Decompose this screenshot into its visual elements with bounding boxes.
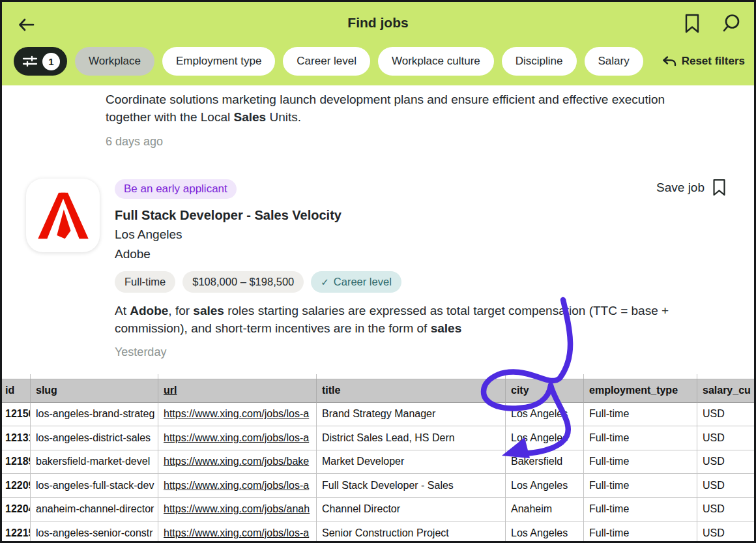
table-cell[interactable]: 12209 <box>2 474 31 498</box>
snippet-posted-date: 6 days ago <box>106 135 163 149</box>
table-header-cell[interactable]: employment_type <box>584 379 697 403</box>
table-cell[interactable]: los-angeles-district-sales <box>31 426 158 450</box>
table-cell[interactable]: 12204 <box>2 498 31 522</box>
table-header-cell[interactable]: title <box>317 379 506 403</box>
table-cell[interactable]: los-angeles-senior-constr <box>31 521 158 543</box>
filter-chips-row: 1 Workplace Employment type Career level… <box>14 46 745 76</box>
reset-filters-button[interactable]: Reset filters <box>662 55 745 68</box>
undo-arrow-icon <box>662 55 676 68</box>
table-cell[interactable]: 12215 <box>2 521 31 543</box>
table-cell[interactable]: Full-time <box>584 450 697 475</box>
chip-label: Workplace culture <box>392 55 480 68</box>
filter-chip-workplace-culture[interactable]: Workplace culture <box>378 47 494 76</box>
table-cell[interactable]: USD <box>697 498 756 522</box>
save-job-label: Save job <box>656 181 705 195</box>
tag-label: Full-time <box>124 276 166 288</box>
table-cell[interactable]: Brand Strategy Manager <box>317 403 506 427</box>
table-header-cell[interactable]: url <box>158 379 317 403</box>
save-job-button[interactable]: Save job <box>656 179 727 196</box>
chip-label: Discipline <box>516 55 563 68</box>
table-header-cell[interactable]: city <box>506 379 584 403</box>
table-cell[interactable]: USD <box>697 474 756 498</box>
badge-label: Be an early applicant <box>124 183 227 196</box>
page-title: Find jobs <box>2 15 754 31</box>
table-cell[interactable]: 12150 <box>2 403 31 427</box>
table-cell-url-link[interactable]: https://www.xing.com/jobs/bake <box>158 450 317 475</box>
early-applicant-badge: Be an early applicant <box>115 179 237 199</box>
adobe-logo-icon <box>35 187 92 244</box>
table-cell[interactable]: Full Stack Developer - Sales <box>317 474 506 498</box>
table-cell[interactable]: District Sales Lead, HS Dern <box>317 426 506 450</box>
table-cell[interactable]: 12189 <box>2 450 31 475</box>
table-cell[interactable]: anaheim-channel-director <box>31 498 158 522</box>
filter-chip-employment-type[interactable]: Employment type <box>162 47 275 76</box>
search-button[interactable] <box>720 12 742 35</box>
table-cell-url-link[interactable]: https://www.xing.com/jobs/los-a <box>158 403 317 427</box>
table-cell[interactable]: Full-time <box>584 403 697 427</box>
job-city: Los Angeles <box>115 227 182 242</box>
table-cell[interactable]: Los Angeles <box>506 403 584 427</box>
tag-career-level-match: ✓ Career level <box>311 271 401 293</box>
table-cell[interactable]: Full-time <box>584 521 697 543</box>
bookmark-icon <box>712 179 727 196</box>
filter-count-badge: 1 <box>42 53 60 70</box>
job-posted-date: Yesterday <box>115 345 166 359</box>
table-row: 12150los-angeles-brand-strateghttps://ww… <box>2 403 756 427</box>
table-cell[interactable]: los-angeles-full-stack-dev <box>31 474 158 498</box>
chip-label: Career level <box>297 55 356 68</box>
top-bar: Find jobs <box>2 2 754 85</box>
table-cell[interactable]: Los Angeles <box>506 521 584 543</box>
table-row: 12131los-angeles-district-saleshttps://w… <box>2 426 756 450</box>
table-cell-url-link[interactable]: https://www.xing.com/jobs/los-a <box>158 474 317 498</box>
table-row: 12204anaheim-channel-directorhttps://www… <box>2 498 756 522</box>
table-header-cell[interactable]: id <box>2 379 31 403</box>
job-company: Adobe <box>115 247 151 261</box>
table-cell[interactable]: USD <box>697 521 756 543</box>
table-cell[interactable]: USD <box>697 403 756 427</box>
search-icon <box>721 13 742 34</box>
table-cell[interactable]: Anaheim <box>506 498 584 522</box>
table-row-sliver <box>2 374 756 379</box>
job-title[interactable]: Full Stack Developer - Sales Velocity <box>115 208 342 223</box>
table-cell[interactable]: 12131 <box>2 426 31 450</box>
tag-salary-range: $108,000 – $198,500 <box>182 271 304 293</box>
table-cell[interactable]: los-angeles-brand-strateg <box>31 403 158 427</box>
table-row: 12189bakersfield-market-develhttps://www… <box>2 450 756 475</box>
table-cell-url-link[interactable]: https://www.xing.com/jobs/anah <box>158 498 317 522</box>
table-cell[interactable]: USD <box>697 450 756 475</box>
bookmark-icon <box>684 14 701 33</box>
tag-employment-type: Full-time <box>115 271 175 293</box>
table-cell[interactable]: Bakersfield <box>506 450 584 475</box>
table-cell[interactable]: Los Angeles <box>506 474 584 498</box>
result-snippet-text: Coordinate solutions marketing launch de… <box>106 91 702 126</box>
table-cell[interactable]: Full-time <box>584 426 697 450</box>
table-header-row: idslugurltitlecityemployment_typesalary_… <box>2 379 756 403</box>
bookmarks-button[interactable] <box>681 12 703 35</box>
table-cell-url-link[interactable]: https://www.xing.com/jobs/los-a <box>158 521 317 543</box>
filter-chip-salary[interactable]: Salary <box>585 47 643 76</box>
filter-chip-discipline[interactable]: Discipline <box>502 47 577 76</box>
filter-chip-career-level[interactable]: Career level <box>283 47 370 76</box>
table-cell-url-link[interactable]: https://www.xing.com/jobs/los-a <box>158 426 317 450</box>
table-cell[interactable]: bakersfield-market-devel <box>31 450 158 475</box>
table-row: 12209los-angeles-full-stack-devhttps://w… <box>2 474 756 498</box>
filters-button[interactable]: 1 <box>14 47 67 76</box>
table-cell[interactable]: Market Developer <box>317 450 506 475</box>
table-cell[interactable]: Full-time <box>584 498 697 522</box>
table-cell[interactable]: USD <box>697 426 756 450</box>
table-cell[interactable]: Full-time <box>584 474 697 498</box>
table-cell[interactable]: Senior Construction Project <box>317 521 506 543</box>
table-cell[interactable]: Channel Director <box>317 498 506 522</box>
table-header-cell[interactable]: salary_cu <box>697 379 756 403</box>
tag-label: Career level <box>334 276 392 288</box>
jobs-data-table: idslugurltitlecityemployment_typesalary_… <box>2 374 756 543</box>
chip-label: Employment type <box>176 55 261 68</box>
table-header-cell[interactable]: slug <box>31 379 158 403</box>
check-icon: ✓ <box>321 276 329 288</box>
filter-chip-workplace[interactable]: Workplace <box>75 47 154 76</box>
app-window: Find jobs <box>0 0 756 543</box>
job-tags-row: Full-time $108,000 – $198,500 ✓ Career l… <box>115 271 401 293</box>
table-cell[interactable]: Los Angeles <box>506 426 584 450</box>
chip-label: Workplace <box>89 55 141 68</box>
company-logo <box>26 179 100 252</box>
